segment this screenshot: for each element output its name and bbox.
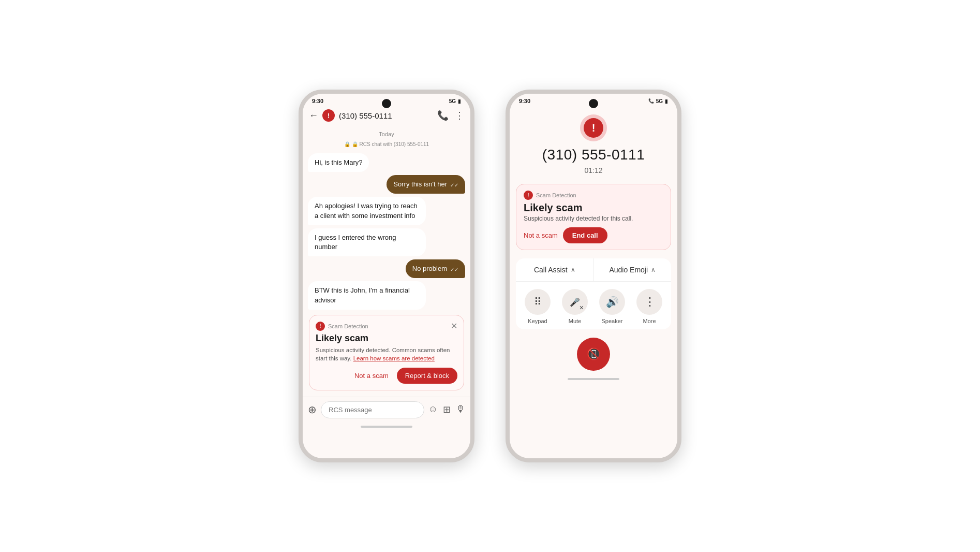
message-bubble: I guess I entered the wrong number [308, 228, 426, 256]
phone-icon[interactable]: 📞 [437, 110, 449, 121]
add-attachment-button[interactable]: ⊕ [308, 403, 317, 416]
call-scam-icon: ! [524, 191, 533, 200]
mute-icon: 🎤 × [562, 289, 588, 315]
phone-messages: 9:30 5G ▮ ← ! (310) 555-0111 📞 ⋮ Today 🔒… [299, 90, 474, 462]
read-receipt: ✓✓ [450, 182, 458, 189]
signal-icon: 5G [449, 98, 456, 104]
date-label: Today [308, 131, 465, 137]
call-warn-icon: ! [584, 118, 603, 138]
more-button[interactable]: ⋮ More [633, 289, 666, 324]
keypad-label: Keypad [528, 318, 547, 324]
call-scam-title: Likely scam [524, 202, 663, 214]
mute-button[interactable]: 🎤 × Mute [558, 289, 591, 324]
call-number: (310) 555-0111 [542, 147, 645, 163]
scam-card-header: ! Scam Detection ✕ [316, 322, 457, 331]
keypad-button[interactable]: ⠿ Keypad [521, 289, 554, 324]
call-timer: 01:12 [584, 166, 602, 175]
message-row: Ah apologies! I was trying to reach a cl… [308, 197, 465, 225]
camera [589, 99, 598, 108]
call-assist-tab[interactable]: Call Assist ∧ [516, 258, 594, 281]
audio-emoji-tab[interactable]: Audio Emoji ∧ [594, 258, 672, 281]
appbar-actions: 📞 ⋮ [437, 110, 464, 121]
scam-icon: ! [316, 322, 325, 331]
call-scam-label: Scam Detection [536, 192, 576, 198]
message-bubble: BTW this is John, I'm a financial adviso… [308, 281, 426, 309]
message-input-bar: ⊕ ☺ ⊞ 🎙 [303, 397, 470, 423]
audio-emoji-chevron: ∧ [651, 266, 656, 273]
call-scam-header: ! Scam Detection [524, 191, 663, 200]
call-warn-badge: ! [580, 114, 607, 141]
message-bubble: Ah apologies! I was trying to reach a cl… [308, 197, 426, 225]
speaker-label: Speaker [602, 318, 623, 324]
rcs-label: 🔒 🔒 RCS chat with (310) 555-0111 [308, 141, 465, 147]
not-a-scam-button[interactable]: Not a scam [350, 369, 393, 383]
end-call-icon: 📵 [587, 347, 601, 361]
more-label: More [643, 318, 656, 324]
more-icon: ⋮ [636, 289, 662, 315]
lock-icon: 🔒 [344, 141, 350, 147]
home-bar [303, 423, 470, 432]
message-row: I guess I entered the wrong number [308, 228, 465, 256]
call-scam-actions: Not a scam End call [524, 227, 663, 243]
call-active-icon: 📞 [648, 98, 654, 104]
contact-name: (310) 555-0111 [339, 111, 433, 120]
speaker-icon: 🔊 [599, 289, 625, 315]
scam-description: Suspicious activity detected. Common sca… [316, 346, 457, 362]
close-scam-card-button[interactable]: ✕ [451, 322, 457, 330]
read-receipt: ✓✓ [450, 266, 458, 273]
call-scam-card: ! Scam Detection Likely scam Suspicious … [516, 184, 671, 250]
camera [382, 99, 391, 108]
home-bar [510, 375, 677, 384]
message-input[interactable] [321, 401, 424, 418]
scam-learn-link[interactable]: Learn how scams are detected [353, 355, 435, 361]
message-row: Hi, is this Mary? [308, 153, 465, 172]
battery-icon: ▮ [665, 98, 668, 104]
emoji-button[interactable]: ☺ [428, 404, 438, 415]
keypad-icon: ⠿ [525, 289, 551, 315]
status-time: 9:30 [312, 98, 323, 104]
end-call-hangup-button[interactable]: 📵 [577, 338, 610, 371]
sticker-button[interactable]: ⊞ [443, 404, 451, 415]
message-bubble: Hi, is this Mary? [308, 153, 369, 172]
contact-warn-badge: ! [322, 109, 335, 122]
scam-title: Likely scam [316, 333, 457, 344]
voice-button[interactable]: 🎙 [456, 404, 465, 415]
end-call-container: 📵 [510, 332, 677, 375]
end-call-button[interactable]: End call [563, 227, 607, 243]
call-buttons-grid: ⠿ Keypad 🎤 × Mute 🔊 Speaker ⋮ More [516, 282, 671, 329]
assist-tab-row: Call Assist ∧ Audio Emoji ∧ [516, 258, 671, 282]
message-bubble: Sorry this isn't her ✓✓ [387, 175, 465, 194]
call-assist-chevron: ∧ [571, 266, 575, 273]
scam-label: Scam Detection [328, 323, 368, 329]
call-header: ! (310) 555-0111 01:12 [510, 106, 677, 180]
message-row: BTW this is John, I'm a financial adviso… [308, 281, 465, 309]
call-assist-label: Call Assist [534, 266, 568, 274]
signal-label: 5G [656, 98, 663, 104]
input-action-icons: ☺ ⊞ 🎙 [428, 404, 465, 415]
scam-detection-card: ! Scam Detection ✕ Likely scam Suspiciou… [309, 315, 464, 390]
back-button[interactable]: ← [309, 110, 318, 121]
mute-label: Mute [569, 318, 581, 324]
more-menu-icon[interactable]: ⋮ [455, 110, 464, 121]
audio-emoji-label: Audio Emoji [609, 266, 648, 274]
report-block-button[interactable]: Report & block [397, 368, 457, 384]
message-row: No problem ✓✓ [308, 259, 465, 278]
message-row: Sorry this isn't her ✓✓ [308, 175, 465, 194]
call-assist-section: Call Assist ∧ Audio Emoji ∧ ⠿ Keypad 🎤 [516, 258, 671, 329]
call-scam-description: Suspicious activity detected for this ca… [524, 215, 663, 222]
call-not-scam-button[interactable]: Not a scam [524, 231, 558, 239]
chat-area: Today 🔒 🔒 RCS chat with (310) 555-0111 H… [303, 125, 470, 397]
scam-actions: Not a scam Report & block [316, 368, 457, 384]
message-appbar: ← ! (310) 555-0111 📞 ⋮ [303, 106, 470, 125]
battery-icon: ▮ [458, 98, 461, 104]
message-bubble: No problem ✓✓ [406, 259, 465, 278]
speaker-button[interactable]: 🔊 Speaker [596, 289, 629, 324]
phone-call: 9:30 📞 5G ▮ ! (310) 555-0111 01:12 ! [506, 90, 681, 462]
status-time: 9:30 [519, 98, 530, 104]
